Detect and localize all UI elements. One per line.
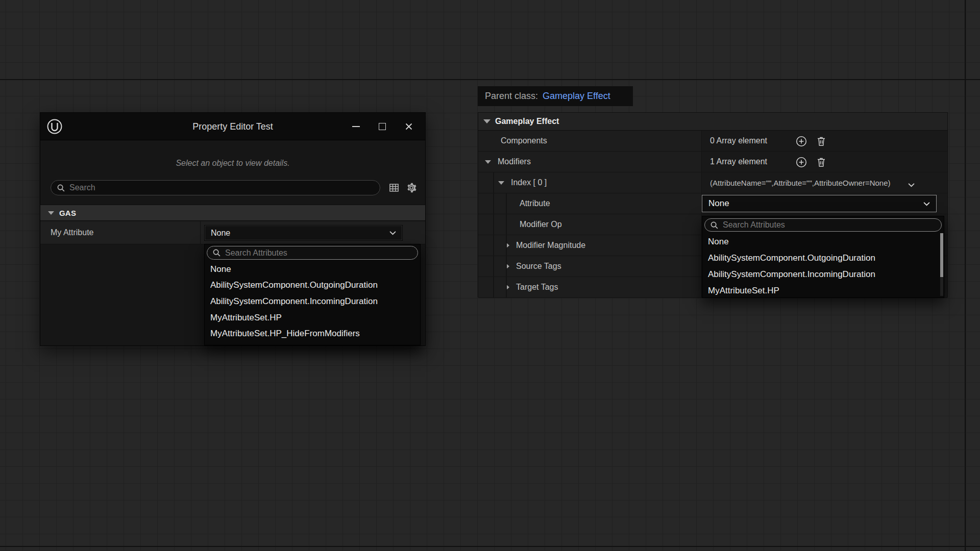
row-label: Components [478, 131, 702, 151]
indent-guide [493, 172, 494, 298]
column-view-icon[interactable] [387, 181, 401, 195]
category-label: Gameplay Effect [495, 117, 559, 126]
dropdown-search-box[interactable] [704, 218, 942, 232]
dropdown-item[interactable]: AbilitySystemComponent.OutgoingDuration [205, 278, 420, 294]
row-label-group[interactable]: Source Tags [478, 256, 702, 277]
plus-circle-icon [796, 157, 807, 168]
expander-down-icon [498, 181, 504, 185]
row-label: Index [ 0 ] [511, 178, 547, 187]
add-element-button[interactable] [795, 156, 808, 169]
dropdown-item[interactable]: None [702, 234, 944, 250]
row-label: Attribute [478, 193, 702, 214]
dropdown-item[interactable]: MyAttributeSet.HP_HideFromModifiers [205, 325, 420, 342]
category-label: GAS [59, 209, 76, 217]
row-label-group[interactable]: Index [ 0 ] [478, 172, 702, 193]
category-gas[interactable]: GAS [40, 205, 425, 221]
scrollbar-thumb[interactable] [940, 233, 943, 277]
search-input[interactable] [69, 183, 374, 192]
row-label: Source Tags [516, 262, 561, 271]
dropdown-list: None AbilitySystemComponent.OutgoingDura… [702, 234, 944, 299]
array-count: 1 Array element [710, 157, 767, 166]
property-label: My Attribute [40, 221, 201, 244]
chevron-down-icon[interactable] [908, 180, 915, 189]
row-value-cell: 0 Array element [702, 131, 947, 151]
clear-array-button[interactable] [815, 135, 828, 148]
clear-array-button[interactable] [815, 156, 828, 169]
attribute-picker-dropdown: None AbilitySystemComponent.OutgoingDura… [204, 244, 421, 345]
minimize-icon [352, 126, 360, 127]
empty-selection-hint: Select an object to view details. [40, 159, 425, 168]
chevron-down-icon [389, 231, 396, 235]
trash-icon [816, 136, 826, 147]
dropdown-scrollbar[interactable] [940, 233, 943, 296]
details-panel: Gameplay Effect Components 0 Array eleme… [478, 112, 948, 297]
trash-icon [816, 157, 826, 168]
expander-down-icon [483, 119, 491, 123]
dropdown-item[interactable]: None [205, 261, 420, 278]
my-attribute-combobox[interactable]: None [204, 225, 403, 241]
expander-down-icon [48, 211, 54, 215]
attribute-picker-dropdown: None AbilitySystemComponent.OutgoingDura… [702, 216, 944, 298]
row-label-group[interactable]: Modifiers [478, 152, 702, 172]
settings-gear-icon[interactable] [404, 181, 419, 195]
parent-class-label: Parent class: [485, 91, 538, 102]
struct-summary: (AttributeName="",Attribute="",Attribute… [710, 179, 891, 187]
my-attribute-row: My Attribute None [40, 221, 425, 244]
row-value-cell: (AttributeName="",Attribute="",Attribute… [702, 172, 947, 193]
parent-class-chip: Parent class: Gameplay Effect [478, 86, 633, 106]
row-label: Modifiers [498, 157, 531, 166]
combobox-value: None [708, 198, 729, 209]
dropdown-list: None AbilitySystemComponent.OutgoingDura… [205, 261, 420, 342]
search-icon [710, 221, 719, 230]
maximize-icon [379, 123, 386, 130]
window-controls [342, 113, 422, 140]
dropdown-search-input[interactable] [225, 248, 412, 258]
add-element-button[interactable] [795, 135, 808, 148]
attribute-combobox[interactable]: None [702, 195, 937, 212]
dropdown-item[interactable]: MyAttributeSet.HP [205, 310, 420, 326]
dropdown-item[interactable]: AbilitySystemComponent.IncomingDuration [205, 293, 420, 310]
dropdown-item[interactable]: AbilitySystemComponent.IncomingDuration [702, 266, 944, 283]
grid-major-line [965, 0, 966, 551]
parent-class-link[interactable]: Gameplay Effect [543, 91, 610, 102]
grid-major-line [0, 546, 980, 547]
attribute-row: Attribute None [478, 193, 947, 214]
dropdown-search-box[interactable] [207, 246, 418, 260]
row-label: Target Tags [516, 283, 558, 292]
category-gameplay-effect[interactable]: Gameplay Effect [478, 113, 947, 131]
row-value-cell: None [702, 193, 947, 214]
details-search-box[interactable] [51, 180, 380, 195]
array-count: 0 Array element [710, 136, 767, 145]
indent-guide [506, 193, 507, 298]
row-label: Modifier Magnitude [516, 241, 585, 250]
modifiers-row: Modifiers 1 Array element [478, 152, 947, 172]
row-label-group[interactable]: Modifier Magnitude [478, 235, 702, 256]
dropdown-item[interactable]: MyAttributeSet.HP [702, 283, 944, 299]
property-value-cell: None [201, 221, 425, 244]
dropdown-search-input[interactable] [723, 220, 936, 230]
maximize-button[interactable] [369, 113, 396, 140]
grid-major-line [0, 79, 980, 80]
row-label-group[interactable]: Target Tags [478, 277, 702, 297]
row-value-cell: 1 Array element [702, 152, 947, 172]
expander-down-icon [485, 160, 491, 164]
components-row: Components 0 Array element [478, 131, 947, 152]
search-icon [57, 184, 65, 192]
chevron-down-icon [923, 202, 930, 206]
plus-circle-icon [796, 136, 807, 147]
search-icon [212, 248, 221, 257]
property-editor-window: Property Editor Test Select an object to… [40, 112, 426, 346]
row-label: Modifier Op [478, 214, 702, 235]
dropdown-item[interactable]: AbilitySystemComponent.OutgoingDuration [702, 250, 944, 266]
minimize-button[interactable] [342, 113, 369, 140]
close-button[interactable] [396, 113, 422, 140]
index-0-row: Index [ 0 ] (AttributeName="",Attribute=… [478, 172, 947, 193]
combobox-value: None [211, 229, 230, 238]
window-titlebar[interactable]: Property Editor Test [40, 113, 425, 140]
close-icon [405, 122, 413, 131]
